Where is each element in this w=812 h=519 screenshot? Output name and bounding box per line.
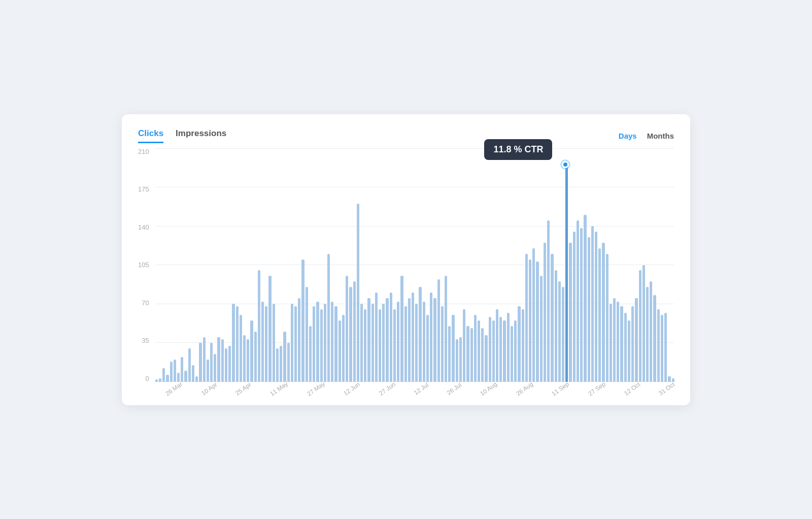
bar-44: [316, 302, 319, 382]
y-label-70: 70: [142, 300, 149, 306]
bar-35: [283, 332, 286, 382]
bar-47: [327, 254, 330, 382]
bar-100: [522, 309, 524, 381]
bar-119: [591, 226, 594, 382]
bar-9: [188, 348, 191, 382]
bar-137: [657, 309, 660, 381]
bar-135: [650, 281, 652, 381]
bar-124: [610, 304, 612, 381]
bar-21: [232, 304, 234, 381]
y-label-140: 140: [138, 224, 149, 231]
bar-121: [598, 248, 601, 382]
bar-20: [228, 346, 231, 381]
tab-days[interactable]: Days: [619, 132, 637, 140]
bar-125: [613, 298, 616, 381]
bar-82: [456, 339, 458, 381]
metric-tabs: Clicks Impressions: [138, 128, 226, 143]
bar-15: [210, 343, 213, 382]
bar-12: [199, 343, 201, 382]
x-label-9: 10 Aug: [479, 380, 499, 397]
bar-114: [573, 232, 576, 382]
bar-58: [367, 298, 370, 381]
y-label-35: 35: [142, 337, 149, 344]
bar-79: [445, 276, 447, 381]
bar-61: [379, 309, 381, 381]
x-label-6: 27 Jun: [378, 380, 397, 397]
tab-impressions[interactable]: Impressions: [176, 128, 226, 143]
bar-36: [287, 343, 290, 382]
x-label-3: 11 May: [269, 380, 289, 397]
bar-60: [375, 293, 378, 381]
bar-76: [433, 298, 436, 381]
bar-126: [617, 302, 619, 382]
x-axis: 26 Mar10 Apr25 Apr11 May27 May12 Jun27 J…: [138, 386, 674, 393]
bar-139: [664, 313, 667, 382]
bar-89: [481, 328, 484, 381]
chart-inner: 11.8 % CTR: [155, 148, 674, 382]
y-label-210: 210: [138, 148, 149, 155]
bar-3: [166, 375, 168, 381]
bar-40: [301, 260, 304, 382]
bar-88: [478, 320, 480, 381]
bar-25: [247, 339, 249, 381]
bar-122: [602, 243, 604, 382]
chart-area: 210 175 140 105 70 35 0: [138, 148, 674, 393]
tab-clicks[interactable]: Clicks: [138, 128, 163, 143]
bar-41: [306, 287, 308, 381]
bar-66: [397, 302, 399, 382]
x-label-2: 25 Apr: [234, 381, 253, 397]
bar-59: [371, 304, 374, 381]
bar-23: [240, 315, 242, 381]
bar-128: [624, 313, 627, 382]
bar-8: [184, 371, 187, 382]
bar-140: [668, 376, 670, 382]
x-label-0: 26 Mar: [164, 380, 184, 397]
bar-106: [544, 243, 546, 382]
bar-115: [577, 220, 579, 382]
bar-102: [529, 260, 531, 382]
bar-4: [170, 362, 173, 381]
bar-101: [525, 254, 528, 382]
bar-133: [642, 265, 645, 382]
bar-13: [203, 337, 206, 382]
x-label-7: 12 Jul: [413, 381, 430, 396]
x-label-1: 10 Apr: [200, 381, 218, 397]
bar-136: [653, 295, 656, 382]
bar-127: [620, 306, 623, 382]
bar-132: [639, 270, 641, 381]
bar-48: [331, 302, 333, 382]
bar-37: [291, 304, 293, 381]
bar-69: [408, 298, 411, 381]
bar-0: [155, 379, 158, 381]
bar-99: [518, 306, 520, 382]
bar-42: [309, 326, 312, 382]
bar-78: [441, 306, 444, 382]
y-axis: 210 175 140 105 70 35 0: [138, 148, 155, 382]
bar-18: [221, 339, 224, 381]
bar-50: [339, 320, 341, 381]
tab-months[interactable]: Months: [647, 132, 674, 140]
bar-138: [661, 315, 663, 381]
x-label-10: 26 Aug: [515, 380, 534, 397]
bar-104: [536, 262, 538, 382]
bar-29: [261, 302, 264, 382]
bar-120: [595, 232, 597, 382]
bar-57: [364, 309, 366, 381]
bar-83: [459, 337, 462, 382]
bar-74: [426, 315, 429, 381]
bar-65: [393, 309, 396, 381]
bar-16: [214, 354, 216, 382]
bar-113: [569, 243, 571, 382]
y-label-175: 175: [138, 186, 149, 192]
bar-38: [294, 306, 297, 382]
bar-118: [588, 237, 590, 382]
bar-67: [400, 276, 403, 381]
x-label-5: 12 Jun: [343, 380, 362, 397]
bar-45: [320, 309, 323, 381]
period-tabs: Days Months: [619, 132, 674, 140]
bar-80: [448, 326, 451, 382]
bar-96: [507, 313, 510, 382]
bar-2: [162, 368, 165, 381]
x-label-13: 12 Oct: [623, 380, 641, 397]
bar-32: [273, 304, 275, 381]
